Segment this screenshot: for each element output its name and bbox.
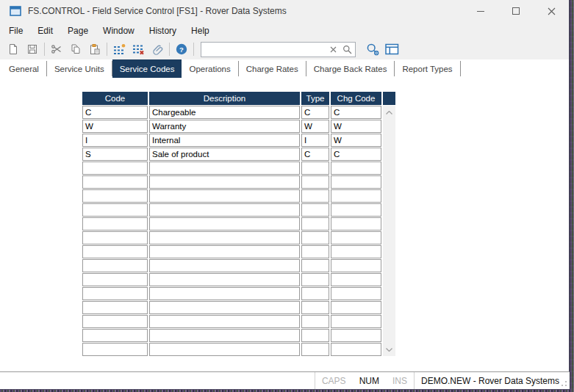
grid-cell-chg-code[interactable] bbox=[331, 273, 381, 286]
cut-button[interactable] bbox=[47, 40, 66, 58]
tab-charge-rates[interactable]: Charge Rates bbox=[239, 61, 306, 76]
grid-cell-type[interactable] bbox=[301, 161, 329, 175]
grid-cell-chg-code[interactable] bbox=[331, 175, 381, 189]
grid-cell-code[interactable]: W bbox=[82, 120, 148, 133]
help-button[interactable]: ? bbox=[172, 40, 191, 58]
tab-service-units[interactable]: Service Units bbox=[47, 61, 112, 76]
save-button[interactable] bbox=[23, 40, 42, 58]
grid-cell-type[interactable] bbox=[301, 189, 329, 203]
grid-cell-chg-code[interactable] bbox=[331, 329, 381, 342]
grid-cell-type[interactable] bbox=[301, 203, 329, 217]
grid-cell-description[interactable] bbox=[149, 189, 300, 203]
grid-cell-chg-code[interactable] bbox=[331, 245, 381, 258]
attachment-button[interactable] bbox=[148, 40, 167, 58]
search-input[interactable] bbox=[201, 43, 327, 56]
grid-cell-description[interactable] bbox=[149, 245, 300, 258]
grid-cell-type[interactable]: I bbox=[301, 134, 329, 147]
grid-cell-type[interactable]: C bbox=[301, 106, 329, 119]
grid-cell-chg-code[interactable] bbox=[331, 301, 381, 314]
grid-cell-code[interactable]: I bbox=[82, 134, 148, 147]
grid-cell-description[interactable] bbox=[149, 287, 300, 300]
grid-cell-code[interactable] bbox=[82, 273, 148, 286]
grid-cell-description[interactable] bbox=[149, 301, 300, 314]
grid-cell-type[interactable] bbox=[301, 259, 329, 272]
grid-cell-code[interactable] bbox=[82, 329, 148, 342]
grid-cell-chg-code[interactable] bbox=[331, 189, 381, 203]
grid-cell-type[interactable]: W bbox=[301, 120, 329, 133]
grid-cell-description[interactable] bbox=[149, 217, 300, 231]
grid-cell-description[interactable] bbox=[149, 161, 300, 175]
grid-cell-chg-code[interactable]: W bbox=[331, 120, 381, 133]
grid-cell-description[interactable] bbox=[149, 203, 300, 217]
grid-cell-type[interactable]: C bbox=[301, 148, 329, 161]
grid-cell-code[interactable] bbox=[82, 175, 148, 189]
menu-item-history[interactable]: History bbox=[142, 22, 184, 39]
grid-cell-chg-code[interactable] bbox=[331, 217, 381, 231]
tab-general[interactable]: General bbox=[1, 61, 47, 76]
grid-cell-code[interactable] bbox=[82, 189, 148, 203]
grid-cell-code[interactable] bbox=[82, 245, 148, 258]
tab-report-types[interactable]: Report Types bbox=[395, 61, 460, 76]
grid-cell-description[interactable] bbox=[149, 231, 300, 244]
grid-cell-description[interactable] bbox=[149, 175, 300, 189]
grid-cell-type[interactable] bbox=[301, 287, 329, 300]
grid-cell-chg-code[interactable] bbox=[331, 315, 381, 328]
grid-cell-code[interactable] bbox=[82, 217, 148, 231]
grid-cell-code[interactable] bbox=[82, 231, 148, 244]
grid-cell-type[interactable] bbox=[301, 273, 329, 286]
search-view-button[interactable] bbox=[363, 40, 382, 58]
grid-cell-code[interactable] bbox=[82, 301, 148, 314]
grid-cell-type[interactable] bbox=[301, 245, 329, 258]
grid-cell-chg-code[interactable]: C bbox=[331, 148, 381, 161]
grid-cell-type[interactable] bbox=[301, 315, 329, 328]
grid-cell-code[interactable] bbox=[82, 287, 148, 300]
grid-cell-chg-code[interactable] bbox=[331, 161, 381, 175]
menu-item-file[interactable]: File bbox=[1, 22, 30, 39]
grid-cell-chg-code[interactable] bbox=[331, 287, 381, 300]
grid-cell-code[interactable] bbox=[82, 161, 148, 175]
grid-cell-code[interactable]: S bbox=[82, 148, 148, 161]
delete-row-button[interactable] bbox=[129, 40, 148, 58]
grid-cell-type[interactable] bbox=[301, 175, 329, 189]
grid-cell-description[interactable] bbox=[149, 315, 300, 328]
grid-cell-chg-code[interactable]: C bbox=[331, 106, 381, 119]
grid-cell-description[interactable] bbox=[149, 259, 300, 272]
grid-cell-code[interactable] bbox=[82, 259, 148, 272]
minimize-button[interactable] bbox=[463, 0, 498, 22]
grid-cell-description[interactable] bbox=[149, 343, 300, 356]
maximize-button[interactable] bbox=[498, 0, 534, 22]
grid-cell-code[interactable] bbox=[82, 203, 148, 217]
tab-service-codes[interactable]: Service Codes bbox=[112, 59, 182, 78]
grid-cell-description[interactable]: Sale of product bbox=[149, 148, 300, 161]
tab-operations[interactable]: Operations bbox=[182, 61, 238, 76]
grid-cell-type[interactable] bbox=[301, 343, 329, 356]
grid-cell-chg-code[interactable] bbox=[331, 343, 381, 356]
grid-cell-type[interactable] bbox=[301, 329, 329, 342]
resize-grip[interactable] bbox=[560, 380, 567, 387]
grid-cell-chg-code[interactable] bbox=[331, 231, 381, 244]
close-button[interactable] bbox=[534, 0, 569, 22]
clear-search-icon[interactable] bbox=[327, 46, 340, 53]
grid-cell-description[interactable]: Warranty bbox=[149, 120, 300, 133]
grid-cell-chg-code[interactable]: W bbox=[331, 134, 381, 147]
copy-button[interactable] bbox=[66, 40, 85, 58]
scroll-down-icon[interactable] bbox=[383, 344, 395, 355]
grid-cell-description[interactable] bbox=[149, 329, 300, 342]
grid-cell-code[interactable] bbox=[82, 315, 148, 328]
vertical-scrollbar[interactable] bbox=[383, 106, 395, 356]
scroll-up-icon[interactable] bbox=[383, 106, 395, 118]
insert-row-button[interactable] bbox=[110, 40, 129, 58]
new-document-button[interactable] bbox=[4, 40, 23, 58]
grid-cell-code[interactable] bbox=[82, 343, 148, 356]
menu-item-help[interactable]: Help bbox=[184, 22, 217, 39]
grid-cell-description[interactable]: Chargeable bbox=[149, 106, 300, 119]
menu-item-page[interactable]: Page bbox=[60, 22, 96, 39]
grid-cell-type[interactable] bbox=[301, 301, 329, 314]
menu-item-edit[interactable]: Edit bbox=[30, 22, 60, 39]
grid-cell-description[interactable]: Internal bbox=[149, 134, 300, 147]
grid-cell-description[interactable] bbox=[149, 273, 300, 286]
grid-cell-chg-code[interactable] bbox=[331, 259, 381, 272]
grid-cell-type[interactable] bbox=[301, 231, 329, 244]
paste-button[interactable] bbox=[85, 40, 104, 58]
layout-button[interactable] bbox=[382, 40, 401, 58]
